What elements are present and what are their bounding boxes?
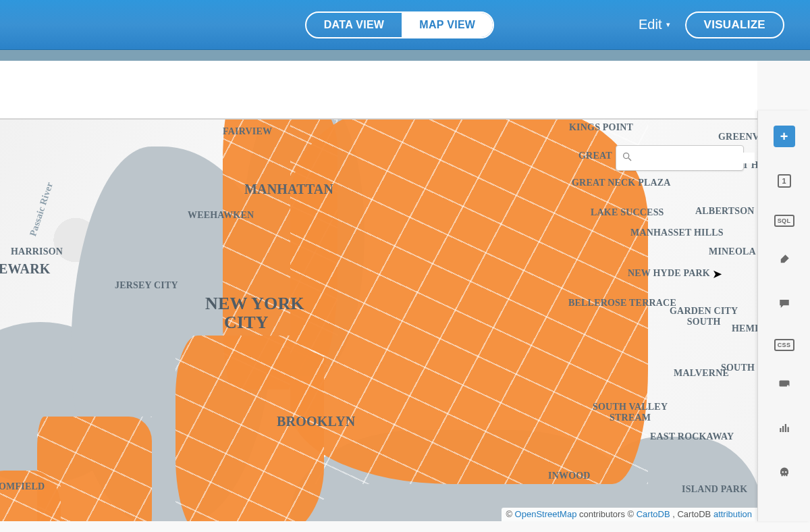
skull-icon [778, 467, 790, 481]
sql-panel-button[interactable]: SQL [774, 215, 794, 227]
legends-button[interactable] [774, 374, 795, 396]
table-header-strip [0, 61, 757, 119]
label-bellerose-terrace: BELLEROSE TERRACE [568, 298, 676, 309]
edit-label: Edit [639, 17, 662, 32]
svg-point-9 [785, 471, 786, 473]
view-toggle: DATA VIEW MAP VIEW [305, 11, 495, 38]
speech-bubble-icon [778, 298, 790, 313]
svg-point-8 [782, 471, 783, 473]
osm-link[interactable]: OpenStreetMap [515, 509, 577, 519]
label-great: GREAT [578, 151, 612, 161]
svg-rect-6 [784, 424, 786, 432]
map-attribution: © OpenStreetMap contributors © CartoDB ,… [502, 508, 757, 521]
options-skull-button[interactable] [774, 463, 795, 485]
plus-icon: + [780, 129, 788, 144]
label-east-rockaway: EAST ROCKAWAY [650, 431, 734, 442]
tool-rail: + 1 SQL CSS [757, 111, 810, 521]
label-hemp: HEMI [732, 323, 757, 334]
label-kings-point: KINGS POINT [569, 122, 633, 133]
label-omfield: OMFIELD [0, 481, 45, 492]
bars-icon [778, 422, 790, 437]
visualize-button[interactable]: VISUALIZE [685, 11, 785, 38]
edit-dropdown[interactable]: Edit ▾ [639, 17, 670, 32]
svg-rect-4 [780, 428, 781, 432]
label-jersey-city: JERSEY CITY [115, 280, 178, 291]
label-nyc-2: CITY [224, 314, 269, 331]
label-inwood: INWOOD [548, 471, 591, 481]
brush-icon [778, 253, 790, 268]
add-layer-button[interactable]: + [774, 126, 795, 147]
map-search-input[interactable] [637, 153, 755, 163]
map-search-box[interactable] [616, 145, 744, 171]
search-icon [622, 151, 632, 165]
map-canvas[interactable]: FAIRVIEW MANHATTAN WEEHAWKEN Passaic Riv… [0, 119, 757, 521]
legend-icon [778, 377, 790, 392]
label-manhattan: MANHATTAN [244, 182, 333, 197]
label-harrison: HARRISON [11, 246, 63, 257]
infowindow-button[interactable] [774, 294, 795, 316]
svg-rect-5 [782, 426, 784, 432]
caret-down-icon: ▾ [666, 20, 670, 29]
svg-point-3 [786, 385, 788, 387]
data-view-tab[interactable]: DATA VIEW [306, 13, 402, 37]
layer-number-badge: 1 [778, 174, 791, 188]
label-albertson: ALBERTSON [695, 206, 755, 217]
label-ewark: EWARK [0, 261, 51, 277]
svg-rect-7 [787, 427, 788, 433]
label-nyc-1: NEW YORK [205, 295, 304, 313]
label-mineola: MINEOLA [709, 246, 756, 257]
label-brooklyn: BROOKLYN [277, 414, 355, 429]
layer-1-button[interactable]: 1 [774, 170, 795, 192]
wizard-brush-button[interactable] [774, 250, 795, 271]
label-great-neck-plaza: GREAT NECK PLAZA [572, 178, 671, 188]
map-view-tab[interactable]: MAP VIEW [402, 13, 493, 37]
label-greenv: GREENV [718, 132, 757, 142]
label-new-hyde-park: NEW HYDE PARK [628, 268, 710, 279]
svg-line-1 [628, 158, 631, 161]
svg-point-0 [624, 153, 629, 159]
cartodb-link[interactable]: CartoDB [637, 509, 670, 519]
cursor-icon: ➤ [712, 267, 722, 282]
label-weehawken: WEEHAWKEN [188, 210, 254, 221]
top-bar: DATA VIEW MAP VIEW Edit ▾ VISUALIZE [0, 0, 810, 50]
label-garden-city-south: GARDEN CITY SOUTH [670, 306, 738, 327]
label-south-valley-stream: SOUTH VALLEY STREAM [593, 402, 668, 423]
label-manhasset-hills: MANHASSET HILLS [630, 228, 724, 238]
attribution-link[interactable]: attribution [713, 509, 752, 519]
label-south: SOUTH [721, 363, 755, 373]
label-lake-success: LAKE SUCCESS [591, 207, 664, 218]
cartocss-button[interactable]: CSS [774, 339, 794, 351]
filters-button[interactable] [774, 419, 795, 440]
label-island-park: ISLAND PARK [682, 484, 747, 495]
label-fairview: FAIRVIEW [223, 126, 272, 137]
